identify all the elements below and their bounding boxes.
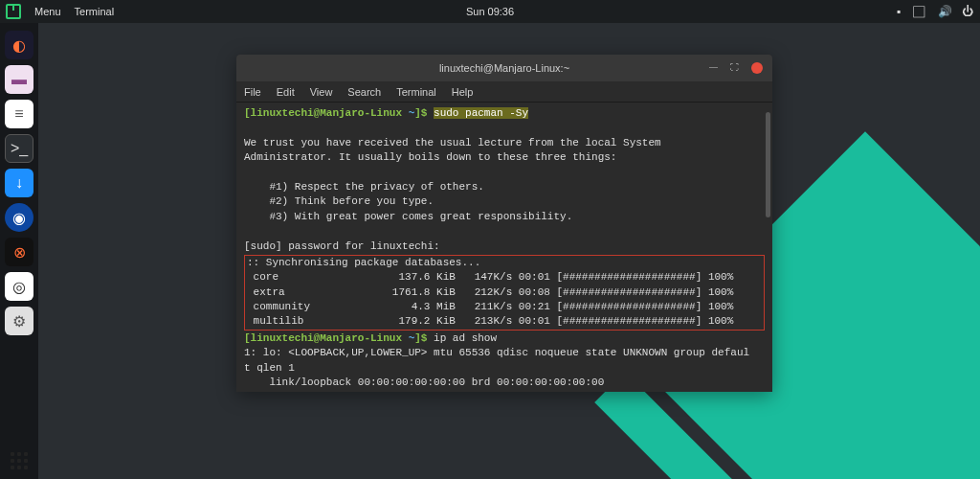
ip-line-3: link/loopback 00:00:00:00:00:00 brd 00:0… (244, 376, 604, 388)
dock-text-editor-icon[interactable]: ≡ (5, 100, 33, 128)
menu-file[interactable]: File (244, 86, 261, 98)
prompt-symbol: ]$ (414, 107, 434, 119)
scrollbar-thumb[interactable] (766, 112, 770, 217)
titlebar[interactable]: linuxtechi@Manjaro-Linux:~ — ⛶ (236, 55, 772, 81)
lecture-line-2: Administrator. It usually boils down to … (244, 151, 616, 163)
top-panel: Menu Terminal Sun 09:36 ▪ ⃞ 🔊 ⏻ (0, 0, 980, 23)
menu-edit[interactable]: Edit (277, 86, 295, 98)
display-icon[interactable]: ⃞ (915, 5, 928, 18)
repo-community: community 4.3 MiB 211K/s 00:21 [########… (247, 301, 733, 312)
prompt-symbol-2: ]$ (414, 332, 434, 344)
power-icon[interactable]: ⏻ (961, 5, 974, 18)
prompt-path: ~ (402, 107, 414, 119)
dock-files-icon[interactable]: ▬ (5, 65, 33, 94)
prompt-user-2: [linuxtechi@Manjaro-Linux (244, 332, 402, 344)
repo-extra: extra 1761.8 KiB 212K/s 00:08 [#########… (247, 286, 733, 298)
dock-media-icon[interactable]: ⊗ (5, 238, 33, 266)
command-1: sudo pacman -Sy (434, 107, 528, 119)
volume-icon[interactable]: 🔊 (938, 5, 951, 18)
lecture-line-1: We trust you have received the usual lec… (244, 137, 661, 148)
manjaro-logo-icon[interactable] (6, 4, 21, 19)
menubar: File Edit View Search Terminal Help (236, 81, 772, 103)
prompt-path-2: ~ (402, 332, 414, 344)
window-title: linuxtechi@Manjaro-Linux:~ (439, 62, 569, 74)
dock-browser-icon[interactable]: ◉ (5, 203, 33, 232)
rule-3: #3) With great power comes great respons… (244, 211, 572, 222)
menu-terminal[interactable]: Terminal (396, 86, 436, 98)
dock-terminal-icon[interactable]: >_ (5, 134, 33, 163)
active-app-label[interactable]: Terminal (75, 6, 115, 17)
menu-button[interactable]: Menu (34, 6, 61, 17)
ip-line-2: t qlen 1 (244, 362, 295, 374)
menu-help[interactable]: Help (452, 86, 474, 98)
maximize-button[interactable]: ⛶ (730, 62, 742, 74)
close-button[interactable] (751, 62, 763, 74)
sync-output-box: :: Synchronising package databases... co… (244, 255, 765, 331)
tray-indicator-icon[interactable]: ▪ (892, 5, 905, 18)
dock-settings-icon[interactable]: ⚙ (5, 307, 33, 335)
dock-firefox-icon[interactable]: ◐ (5, 31, 33, 59)
ip-line-1: 1: lo: <LOOPBACK,UP,LOWER_UP> mtu 65536 … (244, 347, 749, 358)
rule-1: #1) Respect the privacy of others. (244, 181, 484, 193)
dock-screenshot-icon[interactable]: ◎ (5, 272, 33, 301)
scrollbar[interactable] (765, 103, 772, 390)
repo-multilib: multilib 179.2 KiB 213K/s 00:01 [#######… (247, 315, 733, 327)
terminal-window: linuxtechi@Manjaro-Linux:~ — ⛶ File Edit… (236, 55, 772, 392)
prompt-user: [linuxtechi@Manjaro-Linux (244, 107, 402, 119)
command-2: ip ad show (434, 332, 497, 344)
rule-2: #2) Think before you type. (244, 195, 434, 207)
minimize-button[interactable]: — (709, 62, 721, 74)
repo-core: core 137.6 KiB 147K/s 00:01 [###########… (247, 271, 733, 283)
dock: ◐ ▬ ≡ >_ ↓ ◉ ⊗ ◎ ⚙ (0, 23, 38, 479)
dock-apps-grid-icon[interactable] (0, 452, 38, 469)
menu-search[interactable]: Search (347, 86, 381, 98)
sudo-prompt: [sudo] password for linuxtechi: (244, 240, 440, 252)
dock-download-icon[interactable]: ↓ (5, 169, 33, 197)
sync-header: :: Synchronising package databases... (247, 257, 480, 268)
terminal-output[interactable]: [linuxtechi@Manjaro-Linux ~]$ sudo pacma… (236, 103, 772, 392)
clock[interactable]: Sun 09:36 (466, 6, 514, 17)
menu-view[interactable]: View (310, 86, 333, 98)
ip-line-4: inet 127.0.0.1/8 scope host lo (244, 391, 458, 392)
